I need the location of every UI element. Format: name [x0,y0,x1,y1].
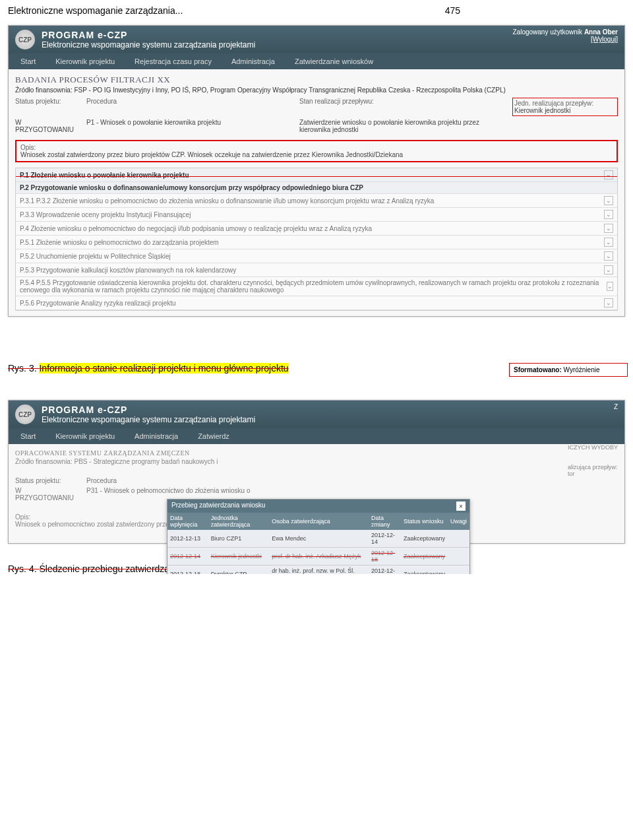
modal-header: Przebieg zatwierdzania wniosku × [167,500,469,513]
status-grid: Status projektu: Procedura W PRZYGOTOWAN… [15,477,618,501]
col-date-change: Data zmiany [369,513,401,530]
nav-administracja[interactable]: Administracja [128,428,191,444]
col-notes: Uwagi [448,513,469,530]
procedure-value: P1 - Wniosek o powołanie kierownika proj… [86,119,294,133]
procedure-row[interactable]: P.5.2 Uruchomienie projektu w Politechni… [16,249,617,263]
description-label: Opis: [20,144,613,151]
page-number: 475 [445,5,460,16]
status-label: Status projektu: [15,477,81,484]
chevron-down-icon[interactable]: ⌄ [607,282,613,291]
nav-bar: Start Kierownik projektu Administracja Z… [9,428,624,444]
unit-label: Jedn. realizująca przepływ: [514,100,616,107]
funding-source: Źródło finansownia: PBS - Strategiczne p… [15,458,618,465]
col-date-in: Data wpłynięcia [167,513,208,530]
chevron-down-icon[interactable]: ⌄ [604,224,613,233]
approval-table: Data wpłynięcia Jednostka zatwierdzająca… [167,513,469,574]
procedure-row[interactable]: P.1 Złożenie wniosku o powołanie kierown… [16,168,617,182]
procedure-label: Procedura [86,477,618,484]
flow-state-value: Zatwierdzenie wniosku o powołanie kierow… [299,119,507,133]
procedure-row[interactable]: P.5.4 P.5.5 Przygotowanie oświadczenia k… [16,277,617,296]
modal-title: Przebieg zatwierdzania wniosku [171,501,265,511]
chevron-down-icon[interactable]: ⌄ [604,210,613,219]
caption-prefix: Rys. 4. [8,564,39,574]
nav-rejestracja[interactable]: Rejestracja czasu pracy [128,53,225,69]
comment-text: Wyróżnienie [562,366,600,373]
user-name: Anna Ober [584,28,618,36]
chevron-down-icon[interactable]: ⌄ [604,298,613,307]
partial-right-text: ICZYCH WYDOBY alizująca przepływ: tor [568,444,618,477]
program-subtitle: Elektroniczne wspomaganie systemu zarząd… [42,415,255,424]
col-unit: Jednostka zatwierdzająca [208,513,269,530]
procedure-row[interactable]: P.5.6 Przygotowanie Analizy ryzyka reali… [16,296,617,310]
flow-state-label: Stan realizacji przepływu: [299,98,507,116]
table-row: 2012-12-13Biuro CZP1Ewa Mendec2012-12-14… [167,530,469,548]
nav-start[interactable]: Start [14,428,49,444]
app-banner: CZP PROGRAM e-CZP Elektroniczne wspomaga… [9,401,624,428]
document-header: Elektroniczne wspomaganie zarządzania...… [0,0,633,21]
chevron-down-icon[interactable]: ⌄ [604,238,613,247]
nav-administracja[interactable]: Administracja [225,53,288,69]
table-row: 2012-12-14Kierownik jednostkiprof. dr ha… [167,548,469,565]
comment-label: Sformatowano: [514,366,562,373]
app-window-1: CZP PROGRAM e-CZP Elektroniczne wspomaga… [8,25,625,317]
nav-bar: Start Kierownik projektu Rejestracja cza… [9,53,624,69]
nav-start[interactable]: Start [14,53,49,69]
revision-strike-line [16,176,617,177]
unit-value: Kierownik jednostki [514,107,616,114]
procedure-row[interactable]: P.3.3 Wprowadzenie oceny projektu Instyt… [16,208,617,222]
unit-box: Jedn. realizująca przepływ: Kierownik je… [512,98,618,116]
procedure-list: P.1 Złożenie wniosku o powołanie kierown… [15,168,618,311]
revision-comment: Sformatowano: Wyróżnienie [509,363,628,377]
procedure-row[interactable]: P.2 Przygotowanie wniosku o dofinansowan… [16,182,617,194]
description-text: Wniosek został zatwierdzony przez biuro … [20,151,613,158]
procedure-label: Procedura [86,98,294,116]
caption-text: Informacja o stanie realizacji projektu … [39,363,288,373]
user-info: Zalogowany użytkownik Anna Ober [Wyloguj… [512,28,618,43]
procedure-row[interactable]: P.5.3 Przygotowanie kalkulacji kosztów p… [16,263,617,277]
nav-zatwierdz[interactable]: Zatwierdz [191,428,243,444]
chevron-down-icon[interactable]: ⌄ [604,251,613,261]
nav-zatwierdzanie[interactable]: Zatwierdzanie wniosków [288,53,386,69]
user-label: Zalogowany użytkownik [512,28,582,36]
project-title: OPRACOWANIE SYSTEMU ZARZĄDZANIA ZMĘCZEN [15,449,618,457]
content-area: OPRACOWANIE SYSTEMU ZARZĄDZANIA ZMĘCZEN … [9,444,624,543]
program-name: PROGRAM e-CZP [42,30,255,40]
nav-kierownik[interactable]: Kierownik projektu [49,53,128,69]
status-value: W PRZYGOTOWANIU [15,119,81,133]
program-name: PROGRAM e-CZP [42,404,255,415]
chevron-down-icon[interactable]: ⌄ [604,170,613,179]
status-value: W PRZYGOTOWANIU [15,487,81,501]
user-info-partial: Z [614,403,618,410]
description-block: Opis: Wniosek został zatwierdzony przez … [15,140,618,162]
nav-kierownik[interactable]: Kierownik projektu [49,428,128,444]
funding-source: Źródło finansownia: FSP - PO IG Inwestyc… [15,86,618,94]
program-subtitle: Elektroniczne wspomaganie systemu zarząd… [42,40,255,49]
status-label: Status projektu: [15,98,81,116]
app-window-2: CZP PROGRAM e-CZP Elektroniczne wspomaga… [8,400,625,544]
col-person: Osoba zatwierdzająca [269,513,369,530]
content-area: BADANIA PROCESÓW FILTRACJI XX Źródło fin… [9,69,624,316]
procedure-row[interactable]: P.5.1 Złożenie wniosku o pełnomocnictwo … [16,236,617,249]
app-banner: CZP PROGRAM e-CZP Elektroniczne wspomaga… [9,26,624,53]
table-row: 2012-12-18Dyrektor CZPdr hab. inż. prof.… [167,565,469,575]
header-left: Elektroniczne wspomaganie zarządzania... [8,5,183,16]
col-status: Status wniosku [401,513,448,530]
logo-icon: CZP [15,30,35,49]
logo-icon: CZP [15,404,35,424]
status-grid: Status projektu: Procedura Stan realizac… [15,98,618,133]
logout-link[interactable]: [Wyloguj] [591,36,618,43]
chevron-down-icon[interactable]: ⌄ [604,196,613,205]
project-title: BADANIA PROCESÓW FILTRACJI XX [15,75,618,85]
close-icon[interactable]: × [456,501,466,511]
chevron-down-icon[interactable]: ⌄ [604,265,613,275]
procedure-row[interactable]: P.3.1 P.3.2 Złożenie wniosku o pełnomocn… [16,194,617,208]
caption-prefix: Rys. 3. [8,363,39,373]
procedure-row[interactable]: P.4 Złożenie wniosku o pełnomocnictwo do… [16,222,617,236]
